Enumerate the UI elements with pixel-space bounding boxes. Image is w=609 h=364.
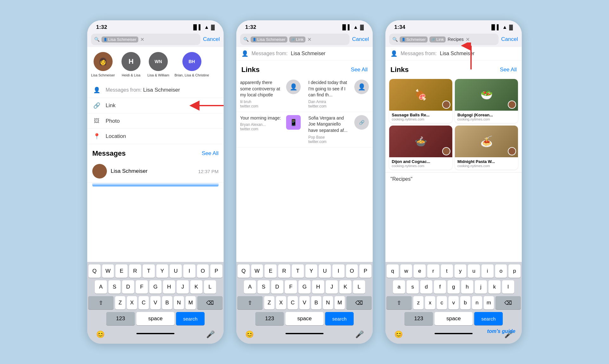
key3-s[interactable]: s (407, 280, 419, 294)
key2-T[interactable]: T (292, 264, 304, 278)
key3-g[interactable]: g (448, 280, 460, 294)
link-item-1[interactable]: apparently there some controversy at my … (236, 76, 304, 112)
key-J[interactable]: J (177, 280, 189, 294)
cancel-button-3[interactable]: Cancel (501, 36, 518, 42)
token-link-3[interactable]: 🔗 Link (429, 36, 446, 42)
contact-lisa[interactable]: 👩 Lisa Schmeiser (91, 52, 115, 77)
key-space-1[interactable]: space (136, 312, 174, 325)
key2-V[interactable]: V (299, 296, 310, 309)
clear-button-1[interactable]: ✕ (140, 36, 144, 42)
emoji-icon-3[interactable]: 😊 (394, 330, 403, 339)
key2-N[interactable]: N (323, 296, 333, 309)
key2-Z[interactable]: Z (264, 296, 274, 309)
key3-p[interactable]: p (508, 264, 521, 278)
key-M[interactable]: M (186, 296, 196, 309)
key3-o[interactable]: o (495, 264, 507, 278)
key-Y[interactable]: Y (156, 264, 168, 278)
key3-b[interactable]: b (460, 296, 470, 309)
key2-delete[interactable]: ⌫ (346, 296, 372, 309)
key3-w[interactable]: w (400, 264, 412, 278)
recipe-card-3[interactable]: 🍲 Dijon and Cognac... cooking.nytimes.co… (389, 126, 452, 170)
key3-x[interactable]: x (425, 296, 435, 309)
key3-e[interactable]: e (414, 264, 426, 278)
token-schmeiser-3[interactable]: 👤 Schmeiser (400, 36, 428, 42)
key3-space[interactable]: space (435, 312, 473, 325)
key-123[interactable]: 123 (106, 312, 135, 325)
key2-S[interactable]: S (258, 280, 270, 294)
key-W[interactable]: W (102, 264, 114, 278)
key-search-1[interactable]: search (176, 312, 205, 325)
key-E[interactable]: E (115, 264, 128, 278)
key3-123[interactable]: 123 (404, 312, 433, 325)
recipe-card-2[interactable]: 🥗 Bulgogi (Korean... cooking.nytimes.com (455, 79, 518, 123)
key2-B[interactable]: B (311, 296, 321, 309)
link-item-3[interactable]: Your morning image: Bryan Alexan... twit… (236, 112, 304, 147)
token-lisa-2[interactable]: 👤 Lisa Schmeiser (251, 36, 287, 42)
key2-Y[interactable]: Y (305, 264, 318, 278)
mic-icon-2[interactable]: 🎤 (355, 330, 364, 339)
keyboard-1[interactable]: Q W E R T Y U I O P A S D F G H J K L ⇧ … (87, 262, 224, 344)
search-bar-3[interactable]: 🔍 👤 Schmeiser 🔗 Link Recipes ✕ Cancel (385, 32, 522, 47)
key2-123[interactable]: 123 (255, 312, 284, 325)
key2-W[interactable]: W (251, 264, 263, 278)
key2-P[interactable]: P (359, 264, 371, 278)
clear-button-2[interactable]: ✕ (307, 36, 311, 42)
key3-delete[interactable]: ⌫ (495, 296, 521, 309)
cancel-button-2[interactable]: Cancel (352, 36, 369, 42)
key2-Q[interactable]: Q (238, 264, 250, 278)
suggestion-location[interactable]: 📍 Location (87, 129, 224, 144)
key-search-2[interactable]: search (325, 312, 354, 325)
search-bar-1[interactable]: 🔍 👤 Lisa Schmeiser ✕ Cancel (87, 32, 224, 47)
suggestion-link[interactable]: 🔗 Link (87, 98, 224, 114)
key2-O[interactable]: O (346, 264, 358, 278)
search-field-3[interactable]: 🔍 👤 Schmeiser 🔗 Link Recipes ✕ (389, 34, 499, 45)
key2-A[interactable]: A (244, 280, 256, 294)
key3-u[interactable]: u (468, 264, 480, 278)
contact-brian[interactable]: BH Brian, Lisa & Christine (174, 52, 209, 77)
key-Q[interactable]: Q (88, 264, 101, 278)
cancel-button-1[interactable]: Cancel (203, 36, 220, 42)
clear-button-3[interactable]: ✕ (466, 36, 470, 42)
recipe-card-1[interactable]: 🍖 Sausage Balls Re... cooking.nytimes.co… (389, 79, 452, 123)
key-V[interactable]: V (150, 296, 160, 309)
messages-see-all[interactable]: See All (202, 150, 219, 157)
key2-L[interactable]: L (353, 280, 365, 294)
key3-l[interactable]: l (502, 280, 514, 294)
key-T[interactable]: T (143, 264, 155, 278)
key-O[interactable]: O (197, 264, 209, 278)
key-U[interactable]: U (170, 264, 182, 278)
key2-X[interactable]: X (276, 296, 286, 309)
key3-t[interactable]: t (441, 264, 453, 278)
key-I[interactable]: I (183, 264, 195, 278)
key2-R[interactable]: R (278, 264, 290, 278)
key-search-3[interactable]: search (474, 312, 503, 325)
key-F[interactable]: F (136, 280, 148, 294)
key-N[interactable]: N (174, 296, 184, 309)
contact-william[interactable]: WN Lisa & William (147, 52, 169, 77)
link-item-4[interactable]: Sofia Vergara and Joe Manganiello have s… (304, 112, 373, 147)
key2-G[interactable]: G (298, 280, 311, 294)
key-delete[interactable]: ⌫ (197, 296, 223, 309)
emoji-icon-2[interactable]: 😊 (245, 330, 254, 339)
key-B[interactable]: B (162, 296, 172, 309)
links-see-all-2[interactable]: See All (351, 67, 368, 73)
key2-shift[interactable]: ⇧ (237, 296, 263, 309)
key3-n[interactable]: n (472, 296, 482, 309)
key3-m[interactable]: m (484, 296, 494, 309)
key-A[interactable]: A (95, 280, 107, 294)
key3-v[interactable]: v (449, 296, 459, 309)
key3-c[interactable]: c (437, 296, 447, 309)
key3-shift[interactable]: ⇧ (386, 296, 412, 309)
key3-h[interactable]: h (461, 280, 473, 294)
recipe-card-4[interactable]: 🍝 Midnight Pasta W... cooking.nytimes.co… (455, 126, 518, 170)
key2-D[interactable]: D (271, 280, 283, 294)
message-row-1[interactable]: Lisa Schmeiser 12:37 PM (87, 160, 224, 183)
suggestion-messages-from[interactable]: 👤 Messages from: Lisa Schmeiser (87, 82, 224, 98)
key-P[interactable]: P (210, 264, 222, 278)
key3-y[interactable]: y (455, 264, 467, 278)
key2-H[interactable]: H (312, 280, 324, 294)
key3-r[interactable]: r (427, 264, 439, 278)
key-S[interactable]: S (108, 280, 121, 294)
link-item-2[interactable]: I decided today that I'm going to see if… (304, 76, 373, 112)
token-link-2[interactable]: 🔗 Link (289, 36, 305, 42)
